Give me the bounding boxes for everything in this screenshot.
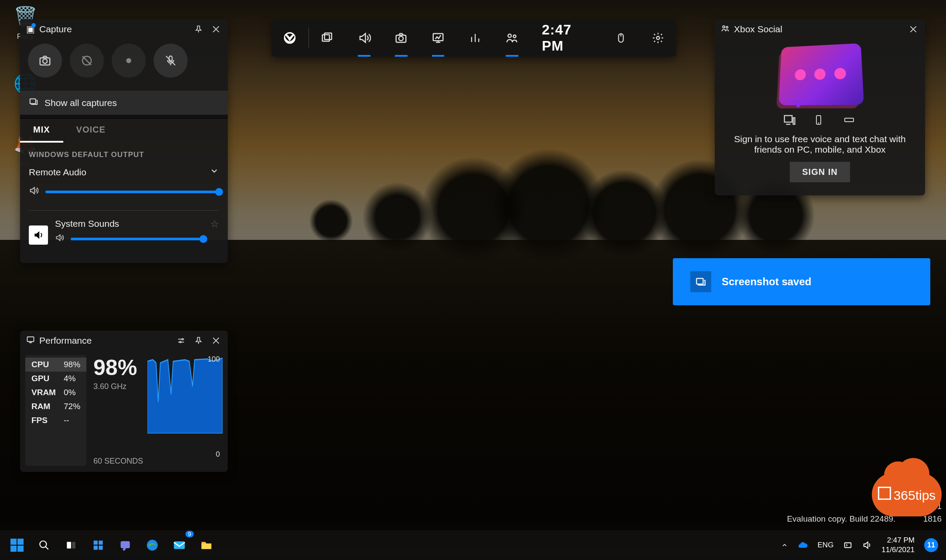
svg-rect-26 xyxy=(696,278,703,284)
device-icons xyxy=(728,113,912,130)
svg-point-20 xyxy=(726,26,728,28)
people-icon xyxy=(721,24,730,35)
close-icon[interactable] xyxy=(210,24,222,35)
tray-expand-icon[interactable] xyxy=(778,540,792,550)
screenshot-icon xyxy=(690,271,711,292)
svg-point-13 xyxy=(399,36,403,41)
xbox-button[interactable] xyxy=(271,19,308,57)
screenshot-button[interactable] xyxy=(28,44,62,78)
taskbar: ENG 2:47 PM 11/6/2021 11 xyxy=(0,530,946,560)
svg-point-1 xyxy=(43,59,47,63)
close-icon[interactable] xyxy=(908,24,919,35)
settings-sliders-icon[interactable] xyxy=(175,335,187,346)
audio-tabs: MIX VOICE xyxy=(20,118,228,143)
start-button[interactable] xyxy=(4,533,30,558)
pc-icon xyxy=(783,113,796,130)
brand-logo: 365tips xyxy=(872,473,942,516)
output-volume-slider[interactable] xyxy=(45,191,219,193)
svg-rect-30 xyxy=(94,541,98,545)
performance-seconds-label: 60 SECONDS xyxy=(93,457,143,466)
widgets-button[interactable] xyxy=(86,533,111,558)
svg-point-3 xyxy=(126,58,131,63)
performance-metric-list: CPU98% GPU4% VRAM0% RAM72% FPS-- xyxy=(25,355,86,466)
system-sounds-slider[interactable] xyxy=(71,238,203,240)
language-indicator[interactable]: ENG xyxy=(814,539,837,551)
toast-text: Screenshot saved xyxy=(722,276,811,288)
speaker-icon[interactable] xyxy=(55,233,64,245)
capture-widget-title: ▣ Capture xyxy=(26,24,193,34)
favorite-icon[interactable]: ☆ xyxy=(210,219,219,230)
volume-icon[interactable] xyxy=(859,539,875,552)
mouse-icon[interactable] xyxy=(603,19,640,57)
xbox-social-widget-button[interactable] xyxy=(494,19,531,57)
resources-widget-button[interactable] xyxy=(456,19,494,57)
record-button[interactable] xyxy=(112,44,146,78)
svg-rect-37 xyxy=(202,543,212,549)
notification-center-button[interactable]: 11 xyxy=(921,536,942,554)
capture-icon: ▣ xyxy=(26,24,35,34)
close-icon[interactable] xyxy=(210,335,222,346)
tab-voice[interactable]: VOICE xyxy=(63,119,119,143)
svg-rect-11 xyxy=(325,33,332,40)
performance-widget: Performance CPU98% GPU4% VRAM0% RAM72% F… xyxy=(20,331,228,472)
tab-mix[interactable]: MIX xyxy=(20,119,63,143)
perf-row-ram[interactable]: RAM72% xyxy=(25,400,86,413)
svg-rect-14 xyxy=(433,34,443,41)
pin-icon[interactable] xyxy=(193,335,204,346)
gallery-icon xyxy=(29,97,38,109)
network-icon[interactable] xyxy=(840,539,856,552)
mobile-icon xyxy=(813,113,824,130)
svg-rect-28 xyxy=(67,542,71,548)
output-device-name: Remote Audio xyxy=(29,167,86,178)
show-all-captures-button[interactable]: Show all captures xyxy=(20,91,228,115)
perf-row-fps[interactable]: FPS-- xyxy=(25,413,86,427)
svg-point-27 xyxy=(40,541,46,547)
svg-point-18 xyxy=(656,37,659,40)
system-sounds-label: System Sounds xyxy=(55,219,203,229)
show-all-label: Show all captures xyxy=(45,98,117,108)
pin-icon[interactable] xyxy=(193,24,204,35)
file-explorer-icon[interactable] xyxy=(194,533,219,558)
svg-rect-25 xyxy=(845,118,853,122)
svg-rect-6 xyxy=(27,337,34,341)
chat-button[interactable] xyxy=(113,533,138,558)
speaker-icon[interactable] xyxy=(29,186,38,198)
monitor-icon xyxy=(26,335,35,346)
svg-point-24 xyxy=(819,123,819,123)
game-bar: 2:47 PM xyxy=(271,19,676,57)
sign-in-button[interactable]: SIGN IN xyxy=(790,162,850,182)
svg-point-8 xyxy=(180,341,181,343)
svg-point-7 xyxy=(182,338,183,340)
svg-point-15 xyxy=(508,34,512,38)
system-sounds-icon xyxy=(29,225,48,245)
perf-row-cpu[interactable]: CPU98% xyxy=(25,358,86,372)
perf-row-vram[interactable]: VRAM0% xyxy=(25,386,86,400)
perf-row-gpu[interactable]: GPU4% xyxy=(25,372,86,386)
svg-rect-21 xyxy=(785,116,792,122)
search-button[interactable] xyxy=(31,533,57,558)
record-last-button[interactable] xyxy=(70,44,104,78)
svg-rect-22 xyxy=(793,118,795,124)
widgets-menu-button[interactable] xyxy=(309,19,346,57)
svg-rect-10 xyxy=(322,35,329,41)
svg-rect-32 xyxy=(94,546,98,550)
game-bar-clock: 2:47 PM xyxy=(531,22,603,54)
xbox-social-title: Xbox Social xyxy=(721,24,908,35)
performance-graph: 100 0 xyxy=(147,355,223,466)
xbox-social-widget: Xbox Social Sign in to use free voice an… xyxy=(715,19,925,195)
edge-taskbar-icon[interactable] xyxy=(140,533,165,558)
audio-widget-button[interactable] xyxy=(346,19,383,57)
settings-icon[interactable] xyxy=(639,19,676,57)
performance-widget-button[interactable] xyxy=(420,19,457,57)
mail-taskbar-icon[interactable] xyxy=(167,533,192,558)
output-device-dropdown[interactable]: Remote Audio xyxy=(29,162,219,182)
svg-rect-31 xyxy=(99,541,103,545)
task-view-button[interactable] xyxy=(58,533,84,558)
capture-widget-button[interactable] xyxy=(383,19,420,57)
onedrive-icon[interactable] xyxy=(794,538,812,552)
svg-rect-5 xyxy=(30,99,36,104)
svg-rect-36 xyxy=(174,541,185,549)
screenshot-saved-toast[interactable]: Screenshot saved xyxy=(673,258,930,305)
taskbar-datetime[interactable]: 2:47 PM 11/6/2021 xyxy=(878,536,918,555)
mic-off-button[interactable] xyxy=(154,44,188,78)
